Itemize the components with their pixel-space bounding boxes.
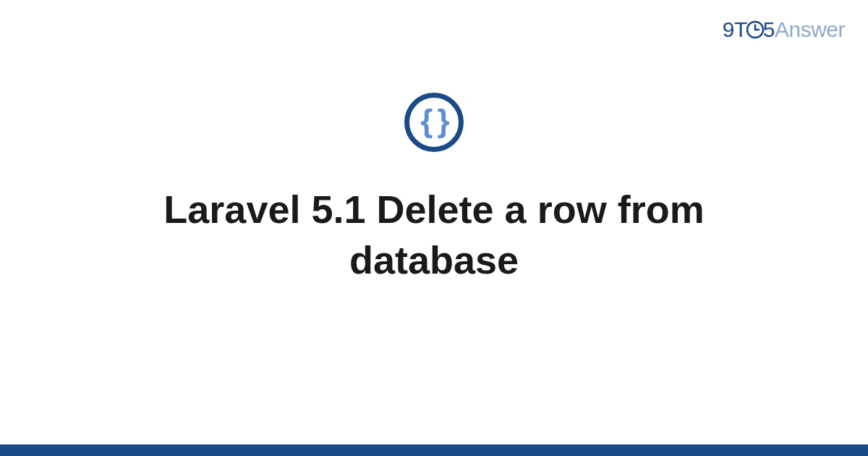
- brand-answer: Answer: [775, 17, 845, 41]
- bottom-accent-bar: [0, 444, 868, 456]
- brand-prefix: 9T: [723, 17, 747, 41]
- page-title: Laravel 5.1 Delete a row from database: [72, 184, 796, 285]
- clock-icon: [746, 20, 765, 39]
- brand-logo: 9T5Answer: [723, 17, 845, 42]
- main-content: { } Laravel 5.1 Delete a row from databa…: [0, 93, 868, 285]
- code-braces-icon: { }: [404, 93, 464, 152]
- braces-glyph: { }: [420, 105, 447, 137]
- brand-suffix: 5: [763, 17, 775, 41]
